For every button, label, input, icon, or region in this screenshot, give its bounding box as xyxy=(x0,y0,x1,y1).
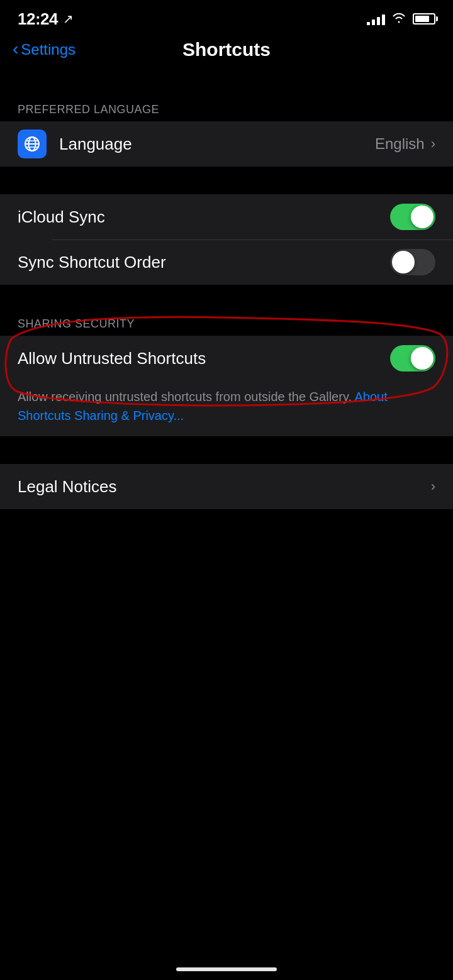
section-gap-sharing xyxy=(0,285,453,312)
section-gap-sync xyxy=(0,167,453,194)
sharing-security-section: SHARING SECURITY Allow Untrusted Shortcu… xyxy=(0,312,453,436)
wifi-icon xyxy=(391,12,406,26)
back-chevron-icon: ‹ xyxy=(13,40,18,58)
home-indicator xyxy=(176,967,277,971)
language-card: Language English › xyxy=(0,121,453,167)
signal-bars-icon xyxy=(367,13,385,25)
legal-notices-card: Legal Notices › xyxy=(0,464,453,509)
allow-untrusted-description: Allow receiving untrusted shortcuts from… xyxy=(0,381,453,436)
icloud-sync-label: iCloud Sync xyxy=(18,207,390,227)
allow-untrusted-row: Allow Untrusted Shortcuts xyxy=(0,336,453,381)
sharing-security-card: Allow Untrusted Shortcuts xyxy=(0,336,453,381)
language-icon xyxy=(18,129,47,158)
language-label: Language xyxy=(59,135,375,154)
page-title: Shortcuts xyxy=(182,39,271,60)
status-icons xyxy=(367,12,435,26)
language-chevron-icon: › xyxy=(431,136,435,152)
legal-notices-row[interactable]: Legal Notices › xyxy=(0,464,453,509)
battery-icon xyxy=(413,13,435,25)
sharing-security-section-label: SHARING SECURITY xyxy=(0,312,453,336)
section-gap-top xyxy=(0,70,453,98)
location-icon: ↗ xyxy=(63,11,74,26)
legal-notices-chevron-icon: › xyxy=(431,478,435,495)
back-button-label: Settings xyxy=(21,41,76,58)
sync-card: iCloud Sync Sync Shortcut Order xyxy=(0,194,453,285)
status-time: 12:24 xyxy=(18,9,58,29)
section-gap-legal xyxy=(0,436,453,464)
language-row[interactable]: Language English › xyxy=(0,121,453,167)
sync-order-row: Sync Shortcut Order xyxy=(0,239,453,285)
legal-notices-label: Legal Notices xyxy=(18,477,431,497)
sync-order-label: Sync Shortcut Order xyxy=(18,253,390,272)
description-static-text: Allow receiving untrusted shortcuts from… xyxy=(18,390,354,404)
language-value: English xyxy=(375,135,425,153)
nav-bar: ‹ Settings Shortcuts xyxy=(0,34,453,70)
allow-untrusted-label: Allow Untrusted Shortcuts xyxy=(18,349,390,368)
allow-untrusted-toggle-knob xyxy=(411,347,433,370)
icloud-sync-toggle-knob xyxy=(411,206,433,228)
icloud-sync-row: iCloud Sync xyxy=(0,194,453,239)
back-button[interactable]: ‹ Settings xyxy=(13,41,76,58)
sync-order-toggle[interactable] xyxy=(390,249,435,275)
sync-order-toggle-knob xyxy=(392,251,415,273)
allow-untrusted-toggle[interactable] xyxy=(390,345,435,372)
icloud-sync-toggle[interactable] xyxy=(390,204,435,230)
status-bar: 12:24 ↗ xyxy=(0,0,453,34)
preferred-language-section-label: PREFERRED LANGUAGE xyxy=(0,98,453,121)
